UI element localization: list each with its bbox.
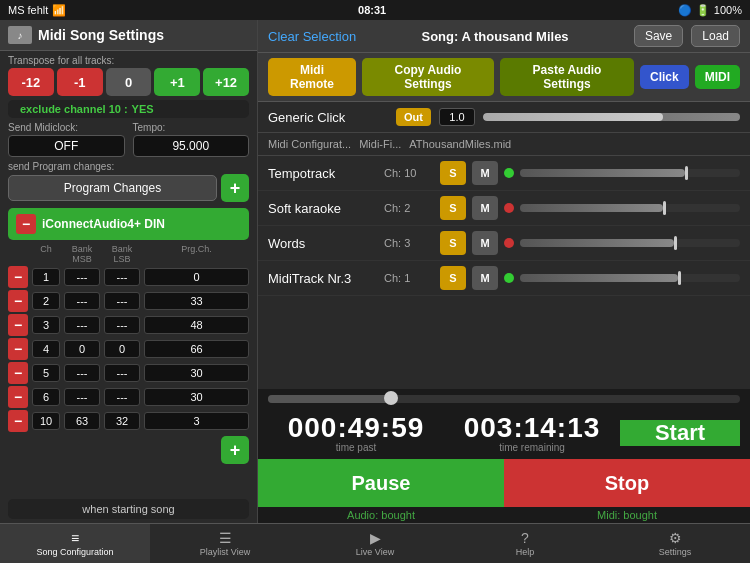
track-slider-handle [663, 201, 666, 215]
ch-cell-msb[interactable]: 63 [64, 412, 100, 430]
ch-cell-msb[interactable]: --- [64, 316, 100, 334]
generic-click-out-button[interactable]: Out [396, 108, 431, 126]
channel-row: − 3 --- --- 48 [8, 314, 249, 336]
stop-button[interactable]: Stop [504, 459, 750, 507]
status-bar-right: 🔵 🔋 100% [678, 4, 742, 17]
load-button[interactable]: Load [691, 25, 740, 47]
ch-cell-pc[interactable]: 30 [144, 388, 249, 406]
tab-item-playlist-view[interactable]: ☰ Playlist View [150, 524, 300, 563]
ch-cell-msb[interactable]: --- [64, 364, 100, 382]
tempo-field[interactable] [133, 135, 250, 157]
channel-row: − 2 --- --- 33 [8, 290, 249, 312]
tab-icon: ≡ [71, 530, 79, 546]
ch-cell-ch[interactable]: 10 [32, 412, 60, 430]
clear-selection[interactable]: Clear Selection [268, 29, 356, 44]
timer-progress-row [258, 389, 750, 406]
ch-cell-pc[interactable]: 48 [144, 316, 249, 334]
tab-item-settings[interactable]: ⚙ Settings [600, 524, 750, 563]
ch-cell-ch[interactable]: 1 [32, 268, 60, 286]
ch-cell-pc[interactable]: 3 [144, 412, 249, 430]
ch-cell-ch[interactable]: 3 [32, 316, 60, 334]
midi-button[interactable]: MIDI [695, 65, 740, 89]
track-volume-slider[interactable] [520, 163, 740, 183]
prog-changes-add-button[interactable]: + [221, 174, 249, 202]
transpose-plus12[interactable]: +12 [203, 68, 249, 96]
track-volume-slider[interactable] [520, 233, 740, 253]
device-row: − iConnectAudio4+ DIN [8, 208, 249, 240]
status-bar-time: 08:31 [358, 4, 386, 16]
pause-button[interactable]: Pause [258, 459, 504, 507]
paste-audio-button[interactable]: Paste Audio Settings [500, 58, 634, 96]
tab-label: Playlist View [200, 547, 250, 557]
ch-cell-lsb[interactable]: --- [104, 292, 140, 310]
copy-audio-button[interactable]: Copy Audio Settings [362, 58, 494, 96]
channel-add-button[interactable]: + [221, 436, 249, 464]
transpose-minus12[interactable]: -12 [8, 68, 54, 96]
device-minus-button[interactable]: − [16, 214, 36, 234]
toolbar-row: Midi Remote Copy Audio Settings Paste Au… [258, 53, 750, 102]
midi-remote-button[interactable]: Midi Remote [268, 58, 356, 96]
channel-row: − 5 --- --- 30 [8, 362, 249, 384]
ch-cell-lsb[interactable]: 0 [104, 340, 140, 358]
track-mute-button[interactable]: M [472, 231, 498, 255]
transpose-minus1[interactable]: -1 [57, 68, 103, 96]
channel-minus-btn[interactable]: − [8, 266, 28, 288]
transpose-zero[interactable]: 0 [106, 68, 152, 96]
track-volume-slider[interactable] [520, 268, 740, 288]
click-button[interactable]: Click [640, 65, 689, 89]
save-button[interactable]: Save [634, 25, 683, 47]
track-channel: Ch: 10 [384, 167, 434, 179]
track-active-dot [504, 203, 514, 213]
tab-item-help[interactable]: ? Help [450, 524, 600, 563]
main-container: ♪ Midi Song Settings Transpose for all t… [0, 20, 750, 523]
status-row: Audio: bought Midi: bought [258, 507, 750, 523]
ch-cell-pc[interactable]: 66 [144, 340, 249, 358]
time-remaining-block: 003:14:13 time remaining [444, 412, 620, 453]
ch-cell-msb[interactable]: --- [64, 268, 100, 286]
ch-cell-msb[interactable]: --- [64, 388, 100, 406]
channel-minus-btn[interactable]: − [8, 386, 28, 408]
midi-clock-field[interactable] [8, 135, 125, 157]
tab-item-song-configuration[interactable]: ≡ Song Configuration [0, 524, 150, 563]
midi-clock-label: Send Midiclock: [8, 122, 125, 133]
ch-cell-ch[interactable]: 6 [32, 388, 60, 406]
channel-minus-btn[interactable]: − [8, 290, 28, 312]
ch-cell-pc[interactable]: 30 [144, 364, 249, 382]
ch-cell-pc[interactable]: 0 [144, 268, 249, 286]
track-solo-button[interactable]: S [440, 266, 466, 290]
ch-cell-msb[interactable]: --- [64, 292, 100, 310]
tab-item-live-view[interactable]: ▶ Live View [300, 524, 450, 563]
track-solo-button[interactable]: S [440, 196, 466, 220]
progress-handle[interactable] [384, 391, 398, 405]
progress-bar[interactable] [268, 395, 740, 403]
channel-minus-btn[interactable]: − [8, 410, 28, 432]
transpose-plus1[interactable]: +1 [154, 68, 200, 96]
track-solo-button[interactable]: S [440, 161, 466, 185]
track-solo-button[interactable]: S [440, 231, 466, 255]
generic-click-volume[interactable] [439, 108, 475, 126]
ch-cell-lsb[interactable]: --- [104, 364, 140, 382]
start-button[interactable]: Start [620, 420, 740, 446]
ch-cell-lsb[interactable]: --- [104, 388, 140, 406]
prog-changes-button[interactable]: Program Changes [8, 175, 217, 201]
track-mute-button[interactable]: M [472, 266, 498, 290]
channel-minus-btn[interactable]: − [8, 314, 28, 336]
track-volume-slider[interactable] [520, 198, 740, 218]
ch-cell-ch[interactable]: 2 [32, 292, 60, 310]
ch-cell-ch[interactable]: 4 [32, 340, 60, 358]
ch-cell-lsb[interactable]: --- [104, 268, 140, 286]
generic-click-slider[interactable] [483, 107, 740, 127]
track-channel: Ch: 2 [384, 202, 434, 214]
ch-cell-pc[interactable]: 33 [144, 292, 249, 310]
channel-minus-btn[interactable]: − [8, 338, 28, 360]
ch-cell-ch[interactable]: 5 [32, 364, 60, 382]
track-mute-button[interactable]: M [472, 196, 498, 220]
audio-status: Audio: bought [258, 507, 504, 523]
bottom-add-row: + [8, 434, 249, 466]
ch-header-msb: Bank MSB [64, 244, 100, 264]
ch-cell-msb[interactable]: 0 [64, 340, 100, 358]
track-mute-button[interactable]: M [472, 161, 498, 185]
ch-cell-lsb[interactable]: 32 [104, 412, 140, 430]
ch-cell-lsb[interactable]: --- [104, 316, 140, 334]
channel-minus-btn[interactable]: − [8, 362, 28, 384]
